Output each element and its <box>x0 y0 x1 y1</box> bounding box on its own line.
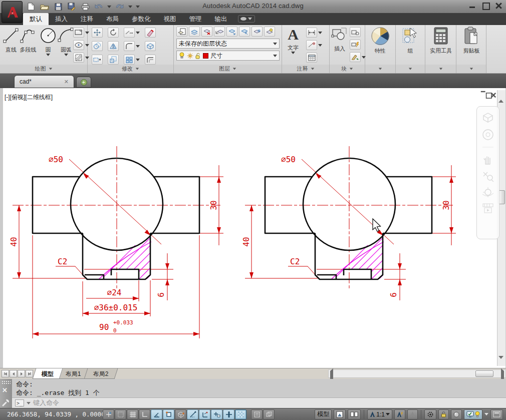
stretch-tool-icon[interactable] <box>92 55 103 65</box>
layer-unisolate-icon[interactable] <box>239 27 250 37</box>
dimension-dropdown-icon[interactable] <box>318 32 322 34</box>
status-menu-icon[interactable] <box>484 413 488 415</box>
tab-insert[interactable]: 插入 <box>49 13 74 25</box>
dimension-tool-icon[interactable] <box>306 28 317 38</box>
array-tool-icon[interactable] <box>124 55 135 65</box>
fillet-tool-icon[interactable] <box>124 41 135 51</box>
snap-mode-toggle[interactable] <box>115 409 126 419</box>
arc-dropdown-icon[interactable] <box>64 54 68 56</box>
array-dropdown-icon[interactable] <box>136 59 140 61</box>
first-layout-icon[interactable] <box>2 370 9 377</box>
minimize-button[interactable] <box>469 3 476 9</box>
panel-label-modify[interactable]: 修改 <box>88 65 173 73</box>
layer-freeze-icon[interactable] <box>251 27 263 37</box>
hardware-acceleration-group[interactable] <box>464 409 482 419</box>
quick-properties-toggle[interactable] <box>251 409 263 419</box>
workspace-switching-icon[interactable] <box>424 409 436 419</box>
annotation-scale-button[interactable]: 1:1 <box>367 409 392 419</box>
offset-tool-icon[interactable] <box>145 55 156 65</box>
tab-model[interactable]: 模型 <box>33 368 63 379</box>
scroll-up-icon[interactable] <box>498 91 504 97</box>
viewport-controls[interactable]: [-][俯视][二维线框] <box>5 93 53 102</box>
quick-view-drawings-icon[interactable] <box>348 409 361 419</box>
selection-cycling-toggle[interactable] <box>263 409 275 419</box>
annotation-visibility-icon[interactable] <box>394 409 405 419</box>
trim-dropdown-icon[interactable] <box>136 32 140 34</box>
next-layout-icon[interactable] <box>18 370 25 377</box>
tab-manage[interactable]: 管理 <box>183 13 208 25</box>
tab-view[interactable]: 视图 <box>157 13 183 25</box>
close-button[interactable] <box>495 3 502 9</box>
layer-lock-icon[interactable] <box>264 27 275 37</box>
layer-state-icon[interactable] <box>189 27 200 37</box>
new-drawing-tab-button[interactable]: + <box>76 77 91 88</box>
fillet-dropdown-icon[interactable] <box>136 45 140 48</box>
tab-home[interactable]: 默认 <box>23 13 49 25</box>
object-snap-toggle[interactable] <box>163 409 174 419</box>
erase-tool-icon[interactable] <box>145 28 156 38</box>
steering-wheel-icon[interactable] <box>481 128 494 141</box>
rectangle-tool-icon[interactable] <box>73 28 84 38</box>
quick-view-layouts-icon[interactable] <box>334 409 346 419</box>
edit-attributes-icon[interactable] <box>350 40 361 50</box>
auto-annotation-scale-icon[interactable] <box>407 409 418 419</box>
circle-dropdown-icon[interactable] <box>46 54 50 56</box>
recent-commands-icon[interactable] <box>27 402 31 404</box>
layer-color-swatch[interactable] <box>203 53 208 59</box>
text-tool[interactable]: A 文字 <box>283 27 303 64</box>
ribbon-minimize-button[interactable] <box>238 15 255 23</box>
3d-object-snap-toggle[interactable] <box>175 409 186 419</box>
tab-parametric[interactable]: 参数化 <box>125 13 157 25</box>
layer-thaw-sun-icon[interactable] <box>187 53 193 59</box>
circle-tool[interactable]: 圆 <box>38 27 58 64</box>
group-tool[interactable]: 组 <box>400 27 420 64</box>
infer-constraints-toggle[interactable] <box>103 409 114 419</box>
command-history[interactable]: 命令: 命令: _.erase 找到 1 个 <box>12 379 506 397</box>
create-block-icon[interactable] <box>350 27 361 37</box>
leader-dropdown-icon[interactable] <box>318 44 322 47</box>
file-tab-cad[interactable]: cad* ✕ <box>14 75 74 88</box>
dynamic-ucs-toggle[interactable] <box>199 409 210 419</box>
horizontal-scroll-thumb[interactable] <box>475 370 493 377</box>
command-input-row[interactable]: >_ 键入命令 <box>12 397 506 408</box>
panel-label-group[interactable] <box>396 65 425 73</box>
orbit-icon[interactable] <box>481 186 494 198</box>
trim-tool-icon[interactable] <box>124 28 135 38</box>
pan-hand-icon[interactable] <box>481 153 494 165</box>
scroll-down-icon[interactable] <box>498 359 504 365</box>
panel-label-clipboard[interactable] <box>456 65 486 73</box>
maximize-button[interactable] <box>482 3 489 9</box>
text-dropdown-icon[interactable] <box>291 52 295 54</box>
polar-tracking-toggle[interactable] <box>151 409 162 419</box>
panel-label-layers[interactable]: 图层 <box>174 65 282 73</box>
utilities-tool[interactable]: 实用工具 <box>431 27 451 64</box>
layer-properties-icon[interactable] <box>176 27 187 37</box>
last-layout-icon[interactable] <box>26 370 33 377</box>
application-menu-button[interactable] <box>2 1 23 23</box>
layer-on-bulb-icon[interactable] <box>179 52 185 59</box>
viewcube-icon[interactable] <box>481 112 494 124</box>
leader-tool-icon[interactable] <box>306 40 317 50</box>
dynamic-input-toggle[interactable] <box>211 409 222 419</box>
ellipse-tool-icon[interactable] <box>73 40 84 50</box>
transparency-toggle[interactable] <box>235 409 246 419</box>
mirror-tool-icon[interactable] <box>108 41 119 51</box>
navigation-bar[interactable] <box>476 106 499 239</box>
panel-label-block[interactable]: 块 <box>330 65 365 73</box>
tab-output[interactable]: 输出 <box>208 13 234 25</box>
tab-layout2[interactable]: 布局2 <box>84 368 118 379</box>
file-tab-close-icon[interactable]: ✕ <box>64 79 69 85</box>
panel-label-utilities[interactable] <box>425 65 456 73</box>
object-snap-tracking-toggle[interactable] <box>187 409 198 419</box>
command-input-placeholder[interactable]: 键入命令 <box>33 398 59 407</box>
horizontal-scrollbar[interactable] <box>328 369 506 378</box>
lock-ui-icon[interactable] <box>438 409 449 419</box>
copy-tool-icon[interactable] <box>92 41 103 51</box>
panel-label-properties[interactable] <box>365 65 395 73</box>
drawing-canvas[interactable]: [-][俯视][二维线框] <box>0 88 506 368</box>
insert-block-tool[interactable]: 插入 <box>330 27 350 64</box>
layer-off-icon[interactable] <box>201 27 212 37</box>
prev-layout-icon[interactable] <box>10 370 17 377</box>
panel-label-draw[interactable]: 绘图 <box>0 65 87 73</box>
layer-isolate-icon[interactable] <box>226 27 237 37</box>
